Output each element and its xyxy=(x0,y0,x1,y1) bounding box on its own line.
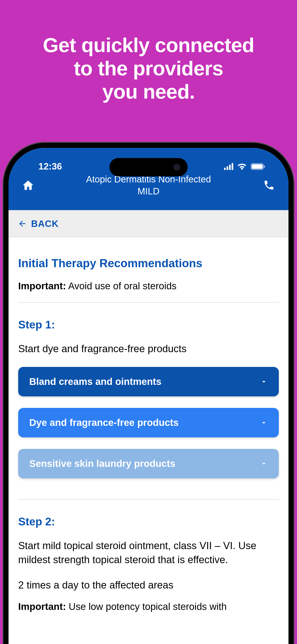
content-area: Initial Therapy Recommendations Importan… xyxy=(8,237,288,612)
step-2-desc: Start mild topical steroid ointment, cla… xyxy=(18,538,279,567)
cell-signal-icon xyxy=(224,163,233,170)
app-header: 12:36 xyxy=(8,148,288,210)
phone-frame: 12:36 xyxy=(4,143,294,644)
chevron-down-icon xyxy=(260,378,268,386)
important-label: Important: xyxy=(18,601,66,612)
phone-icon[interactable] xyxy=(261,180,277,191)
promo-line-2: to the providers xyxy=(0,57,297,80)
important-text: Use low potency topical steroids with xyxy=(66,601,227,612)
home-icon[interactable] xyxy=(20,179,36,192)
promo-line-1: Get quickly connected xyxy=(0,34,297,57)
accordion-label: Bland creams and ointments xyxy=(29,376,162,387)
important-note: Important: Avoid use of oral steroids xyxy=(18,280,279,292)
svg-rect-1 xyxy=(252,164,263,169)
page-title-line-2: MILD xyxy=(36,185,261,197)
divider xyxy=(18,302,279,303)
accordion-bland-creams[interactable]: Bland creams and ointments xyxy=(18,367,279,396)
accordion-label: Sensitive skin laundry products xyxy=(29,458,176,469)
step-2-important: Important: Use low potency topical stero… xyxy=(18,601,279,612)
chevron-down-icon xyxy=(260,460,268,468)
divider xyxy=(18,499,279,500)
chevron-down-icon xyxy=(260,419,268,426)
accordion-dye-free[interactable]: Dye and fragrance-free products xyxy=(18,408,279,438)
back-arrow-icon xyxy=(18,219,27,228)
promo-hero: Get quickly connected to the providers y… xyxy=(0,0,297,104)
dynamic-island xyxy=(109,158,188,176)
svg-rect-2 xyxy=(264,166,265,168)
back-label: BACK xyxy=(31,218,59,229)
important-label: Important: xyxy=(18,280,66,291)
step-1-heading: Step 1: xyxy=(18,318,279,331)
accordion-label: Dye and fragrance-free products xyxy=(29,417,179,428)
step-1-desc: Start dye and fragrance-free products xyxy=(18,342,279,356)
battery-icon xyxy=(251,163,266,170)
step-2-dosage: 2 times a day to the affected areas xyxy=(18,578,279,592)
status-time: 12:36 xyxy=(38,161,62,172)
important-text: Avoid use of oral steroids xyxy=(66,280,176,291)
back-button[interactable]: BACK xyxy=(8,210,288,237)
accordion-laundry[interactable]: Sensitive skin laundry products xyxy=(18,449,279,478)
promo-line-3: you need. xyxy=(0,80,297,103)
page-title: Atopic Dermatitis Non-Infected MILD xyxy=(36,173,261,197)
section-heading: Initial Therapy Recommendations xyxy=(18,256,279,270)
wifi-icon xyxy=(237,163,246,170)
step-2-heading: Step 2: xyxy=(18,515,279,528)
